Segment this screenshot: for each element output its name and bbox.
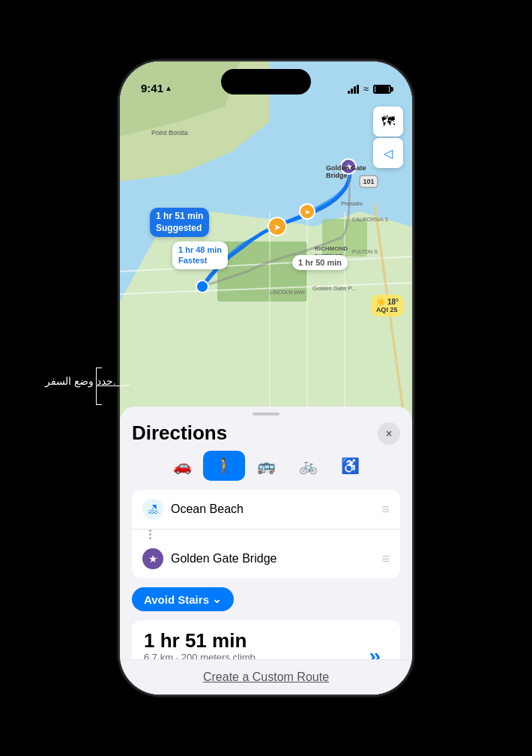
svg-text:Presidio: Presidio [341,200,363,207]
svg-point-17 [300,204,315,219]
transit-mode-button[interactable]: 🚌 [245,451,287,481]
svg-text:RICHMOND: RICHMOND [315,245,348,252]
destination-drag-handle-icon[interactable]: ≡ [381,551,390,567]
location-button[interactable]: ◁ [373,138,403,168]
route-bubble-suggested[interactable]: 1 hr 51 min Suggested [150,208,209,237]
directions-title: Directions [132,422,227,445]
svg-rect-0 [120,62,412,422]
phone-frame: 9:41 ▲ ≈ [120,62,412,694]
car-icon: 🚗 [173,457,192,475]
close-button[interactable]: × [378,422,400,445]
custom-route-footer[interactable]: Create a Custom Route [120,659,412,694]
location-arrow-icon: ▲ [165,84,172,92]
location-list: 🏖 Ocean Beach ≡ ★ Golden Ga [132,490,400,578]
origin-drag-handle-icon[interactable]: ≡ [381,502,390,518]
map-controls: 🗺 ◁ [373,106,403,168]
svg-text:➤: ➤ [273,222,281,232]
svg-text:★: ★ [345,163,353,171]
map-view[interactable]: ★ ➤ ➤ 101 Point Bonita RICHMOND DISTRICT… [120,62,412,422]
svg-text:Golden Gate P...: Golden Gate P... [312,285,357,292]
origin-row[interactable]: 🏖 Ocean Beach ≡ [132,490,400,530]
route-bubble-third[interactable]: 1 hr 50 min [292,255,348,270]
battery-icon [373,85,391,94]
svg-marker-3 [120,212,412,422]
status-time: 9:41 [141,82,163,94]
weather-badge: ☀️ 18° AQI 25 [372,295,403,316]
destination-row[interactable]: ★ Golden Gate Bridge ≡ [132,539,400,578]
wheelchair-mode-button[interactable]: ♿ [329,451,371,481]
panel-handle-bar [253,412,279,416]
destination-icon: ★ [142,548,163,569]
beach-icon: 🏖 [148,503,158,515]
walk-icon: 🚶 [215,457,234,475]
svg-text:CALIFORNIA S: CALIFORNIA S [352,217,389,222]
svg-rect-5 [322,219,367,256]
route-bubble-fastest[interactable]: 1 hr 48 min Fastest [172,242,228,269]
route-duration: 1 hr 51 min [144,631,362,650]
wifi-icon: ≈ [363,83,369,94]
map-icon: 🗺 [381,114,395,130]
svg-point-13 [341,159,356,174]
star-icon: ★ [148,553,158,565]
svg-text:Point Bonita: Point Bonita [151,129,188,136]
map-view-toggle-button[interactable]: 🗺 [373,106,403,136]
drive-mode-button[interactable]: 🚗 [161,451,203,481]
svg-text:Bridge: Bridge [326,172,348,179]
dynamic-island [221,69,311,94]
avoid-stairs-button[interactable]: Avoid Stairs ⌄ [132,587,234,611]
svg-line-7 [120,283,412,294]
walk-mode-button[interactable]: 🚶 [203,451,245,481]
svg-text:LINCOLN WAY: LINCOLN WAY [270,290,306,295]
origin-name: Ocean Beach [171,502,374,516]
location-arrow-btn-icon: ◁ [384,146,393,160]
svg-text:101: 101 [363,178,374,185]
svg-rect-19 [360,176,378,188]
status-icons: ≈ [348,83,391,94]
bike-icon: 🚲 [299,457,318,475]
weather-icon: ☀️ [376,298,385,306]
svg-point-15 [268,218,286,236]
signal-bars-icon [348,85,359,94]
transit-icon: 🚌 [257,457,276,475]
directions-header: Directions × [120,418,412,451]
svg-text:FULTON S: FULTON S [352,249,378,254]
map-svg: ★ ➤ ➤ 101 Point Bonita RICHMOND DISTRICT… [120,62,412,422]
accessibility-icon: ♿ [341,457,360,475]
svg-text:Golden Gate: Golden Gate [326,164,366,172]
svg-text:➤: ➤ [304,208,310,216]
directions-panel: Directions × 🚗 🚶 🚌 🚲 [120,406,412,694]
svg-rect-4 [217,242,307,302]
destination-name: Golden Gate Bridge [171,552,374,566]
svg-line-6 [120,256,412,272]
transport-mode-selector: 🚗 🚶 🚌 🚲 ♿ [120,451,412,490]
svg-point-12 [196,280,208,292]
chevron-down-icon: ⌄ [212,592,222,606]
custom-route-label: Create a Custom Route [203,670,329,683]
bike-mode-button[interactable]: 🚲 [287,451,329,481]
panel-handle[interactable] [120,406,412,418]
origin-icon: 🏖 [142,499,163,520]
